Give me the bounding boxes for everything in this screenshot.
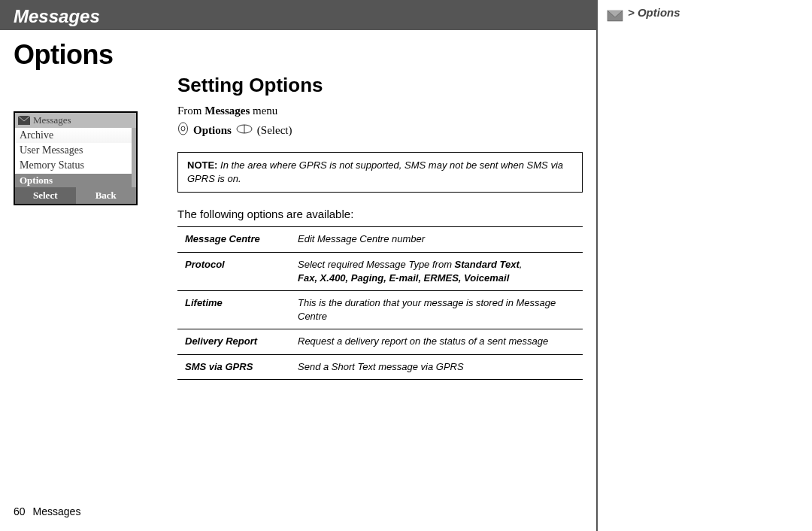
option-desc: Select required Message Type from Standa…: [290, 252, 583, 290]
note-box: NOTE: In the area where GPRS is not supp…: [177, 152, 583, 193]
svg-point-2: [181, 126, 185, 131]
envelope-icon: [607, 9, 623, 23]
option-desc: Edit Message Centre number: [290, 227, 583, 252]
note-label: NOTE:: [187, 159, 217, 171]
note-text: In the area where GPRS is not supported,…: [187, 159, 563, 184]
table-row: Delivery Report Request a delivery repor…: [177, 329, 583, 354]
option-desc: Send a Short Text message via GPRS: [290, 354, 583, 379]
phone-softkeys: Select Back: [15, 187, 136, 204]
chapter-title: Messages: [14, 6, 100, 26]
page-footer: 60Messages: [14, 505, 80, 517]
from-menu-line: From Messages menu: [177, 105, 583, 117]
page-heading: Options: [14, 39, 596, 71]
table-row: Lifetime This is the duration that your …: [177, 290, 583, 329]
phone-scrollbar: [132, 128, 136, 187]
envelope-icon: [18, 116, 30, 125]
option-name: Protocol: [177, 252, 290, 290]
options-table: Message Centre Edit Message Centre numbe…: [177, 226, 583, 379]
section-heading: Setting Options: [177, 74, 583, 97]
phone-softkey-select: Select: [15, 187, 76, 204]
option-desc: Request a delivery report on the status …: [290, 329, 583, 354]
options-intro: The following options are available:: [177, 208, 583, 220]
chapter-banner: Messages: [0, 0, 596, 30]
phone-menu-item: Archive: [15, 128, 136, 143]
option-name: Delivery Report: [177, 329, 290, 354]
nav-key-icon: [177, 122, 189, 138]
phone-title-bar: Messages: [15, 113, 136, 128]
sidebar-breadcrumb: > Options: [628, 6, 680, 19]
phone-screen-illustration: Messages Archive User Messages Memory St…: [14, 111, 138, 205]
option-name: Message Centre: [177, 227, 290, 252]
table-row: Message Centre Edit Message Centre numbe…: [177, 227, 583, 252]
navigation-line: Options (Select): [177, 122, 583, 138]
page-number: 60: [14, 505, 26, 517]
sidebar-header: > Options: [598, 0, 812, 531]
option-desc: This is the duration that your message i…: [290, 290, 583, 329]
svg-point-1: [179, 123, 188, 135]
option-name: SMS via GPRS: [177, 354, 290, 379]
footer-section: Messages: [33, 505, 81, 517]
table-row: SMS via GPRS Send a Short Text message v…: [177, 354, 583, 379]
option-name: Lifetime: [177, 290, 290, 329]
table-row: Protocol Select required Message Type fr…: [177, 252, 583, 290]
phone-menu-item: User Messages: [15, 143, 136, 158]
phone-title: Messages: [33, 114, 71, 126]
phone-menu-item-selected: Options: [15, 174, 136, 188]
select-key-icon: [236, 124, 253, 137]
phone-softkey-back: Back: [76, 187, 137, 204]
phone-menu-item: Memory Status: [15, 158, 136, 173]
main-page: Messages Options Messages Archive User M…: [0, 0, 598, 531]
